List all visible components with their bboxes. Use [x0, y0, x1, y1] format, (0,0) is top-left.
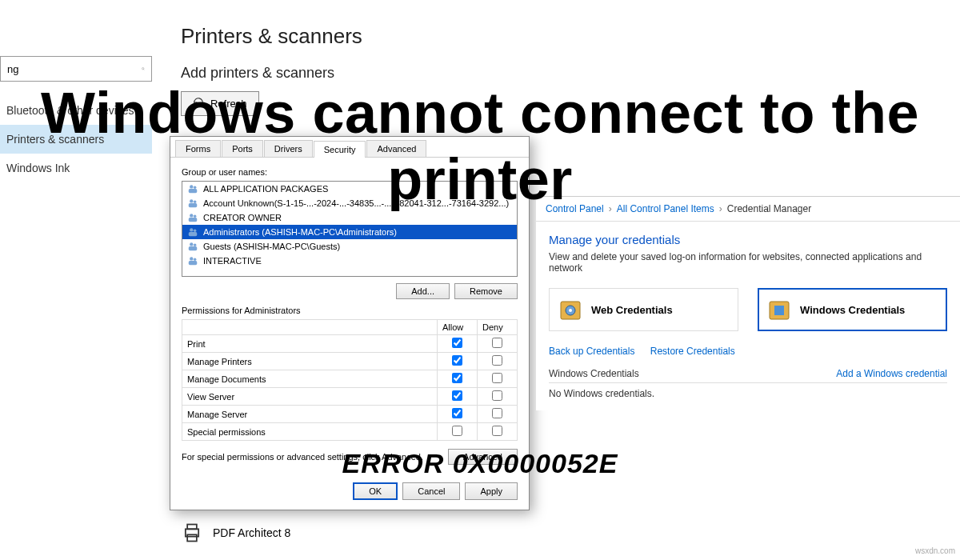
svg-rect-13 — [189, 218, 198, 222]
perm-name: Manage Printers — [182, 353, 438, 370]
perm-name: Manage Server — [182, 406, 438, 423]
svg-point-17 — [190, 242, 193, 246]
allow-checkbox[interactable] — [452, 355, 462, 366]
cancel-button[interactable]: Cancel — [402, 482, 460, 500]
svg-rect-4 — [187, 534, 197, 541]
users-icon — [187, 226, 198, 238]
svg-point-21 — [194, 258, 197, 262]
allow-checkbox[interactable] — [452, 408, 462, 418]
user-list[interactable]: ALL APPLICATION PACKAGESAccount Unknown(… — [182, 181, 518, 277]
printer-list-item[interactable]: PDF Architect 8 — [181, 522, 290, 544]
safe-icon — [558, 297, 583, 322]
bc-current: Credential Manager — [727, 203, 811, 214]
user-name: INTERACTIVE — [203, 256, 262, 266]
cred-title: Manage your credentials — [549, 233, 947, 246]
svg-rect-16 — [189, 232, 198, 236]
allow-checkbox[interactable] — [452, 373, 462, 383]
search-input[interactable] — [7, 63, 142, 75]
section-title: Add printers & scanners — [181, 65, 661, 82]
user-row[interactable]: INTERACTIVE — [182, 254, 517, 268]
bc-all-items[interactable]: All Control Panel Items — [617, 203, 714, 214]
backup-credentials-link[interactable]: Back up Credentials — [549, 346, 634, 357]
user-row[interactable]: Guests (ASHISH-MAC-PC\Guests) — [182, 239, 517, 254]
permissions-table: Allow Deny PrintManage PrintersManage Do… — [182, 319, 518, 441]
svg-rect-22 — [189, 261, 198, 265]
user-row[interactable]: Administrators (ASHISH-MAC-PC\Administra… — [182, 225, 517, 239]
svg-point-5 — [190, 185, 193, 188]
add-credential-link[interactable]: Add a Windows credential — [836, 368, 947, 379]
user-row[interactable]: Account Unknown(S-1-15-...-2024-...-3483… — [182, 196, 517, 210]
svg-point-9 — [194, 201, 197, 204]
deny-checkbox[interactable] — [492, 355, 502, 366]
permission-row: Manage Server — [182, 406, 518, 423]
allow-checkbox[interactable] — [452, 426, 462, 436]
ok-button[interactable]: OK — [353, 482, 398, 500]
cred-empty-text: No Windows credentials. — [549, 388, 947, 399]
add-button[interactable]: Add... — [396, 283, 450, 299]
printer-name: PDF Architect 8 — [213, 526, 290, 539]
permission-row: Manage Printers — [182, 353, 518, 370]
printer-properties-dialog: FormsPortsDriversSecurityAdvanced Group … — [170, 136, 530, 510]
deny-checkbox[interactable] — [492, 338, 502, 348]
permission-row: Print — [182, 335, 518, 353]
users-icon — [187, 198, 198, 209]
windows-credentials-tile[interactable]: Windows Credentials — [758, 288, 947, 331]
user-name: Guests (ASHISH-MAC-PC\Guests) — [203, 242, 340, 251]
tab-security[interactable]: Security — [314, 141, 366, 158]
deny-checkbox[interactable] — [492, 426, 502, 436]
sidebar-item[interactable]: Bluetooth & other devices — [0, 96, 152, 125]
watermark: wsxdn.com — [915, 546, 955, 555]
special-permissions-text: For special permissions or advanced sett… — [182, 452, 423, 462]
permission-row: Manage Documents — [182, 370, 518, 388]
allow-checkbox[interactable] — [452, 338, 462, 348]
remove-button[interactable]: Remove — [454, 283, 518, 299]
svg-point-15 — [194, 230, 197, 233]
user-name: ALL APPLICATION PACKAGES — [203, 184, 328, 194]
advanced-button[interactable]: Advanced — [448, 449, 518, 465]
web-credentials-tile[interactable]: Web Credentials — [549, 288, 738, 331]
breadcrumb: Control Panel › All Control Panel Items … — [536, 197, 960, 222]
tab-drivers[interactable]: Drivers — [264, 140, 313, 157]
user-name: Administrators (ASHISH-MAC-PC\Administra… — [203, 227, 397, 237]
allow-checkbox[interactable] — [452, 390, 462, 401]
permission-row: Special permissions — [182, 423, 518, 441]
deny-checkbox[interactable] — [492, 373, 502, 383]
restore-credentials-link[interactable]: Restore Credentials — [650, 346, 735, 357]
refresh-icon — [193, 97, 204, 110]
settings-main: Printers & scanners Add printers & scann… — [181, 24, 661, 116]
svg-point-11 — [190, 214, 193, 217]
tab-advanced[interactable]: Advanced — [366, 140, 426, 157]
sidebar-item[interactable]: Printers & scanners — [0, 125, 152, 154]
tab-ports[interactable]: Ports — [222, 140, 263, 157]
tab-forms[interactable]: Forms — [175, 140, 221, 157]
cred-section-title: Windows Credentials — [549, 368, 639, 379]
col-allow: Allow — [438, 320, 478, 335]
dialog-footer: OK Cancel Apply — [170, 474, 529, 510]
perm-name: View Server — [182, 388, 438, 406]
sidebar-item[interactable]: Windows Ink — [0, 154, 152, 182]
chevron-right-icon: › — [719, 203, 722, 214]
user-row[interactable]: CREATOR OWNER — [182, 210, 517, 225]
win-cred-label: Windows Credentials — [800, 304, 905, 316]
svg-point-0 — [142, 68, 144, 70]
refresh-button[interactable]: Refresh — [181, 91, 259, 116]
users-icon — [187, 255, 198, 266]
cred-description: View and delete your saved log-on inform… — [549, 251, 947, 274]
users-icon — [187, 241, 198, 252]
user-row[interactable]: ALL APPLICATION PACKAGES — [182, 182, 517, 196]
svg-point-12 — [194, 215, 197, 218]
user-name: CREATOR OWNER — [203, 213, 282, 222]
settings-search[interactable] — [0, 56, 152, 82]
safe-windows-icon — [766, 297, 792, 322]
permission-row: View Server — [182, 388, 518, 406]
perm-name: Special permissions — [182, 423, 438, 441]
svg-rect-27 — [774, 306, 784, 315]
svg-line-1 — [144, 70, 145, 70]
svg-point-6 — [194, 186, 197, 190]
perm-name: Print — [182, 335, 438, 353]
deny-checkbox[interactable] — [492, 390, 502, 401]
group-user-label: Group or user names: — [182, 167, 518, 177]
bc-control-panel[interactable]: Control Panel — [546, 203, 604, 214]
deny-checkbox[interactable] — [492, 408, 502, 418]
apply-button[interactable]: Apply — [465, 482, 518, 500]
